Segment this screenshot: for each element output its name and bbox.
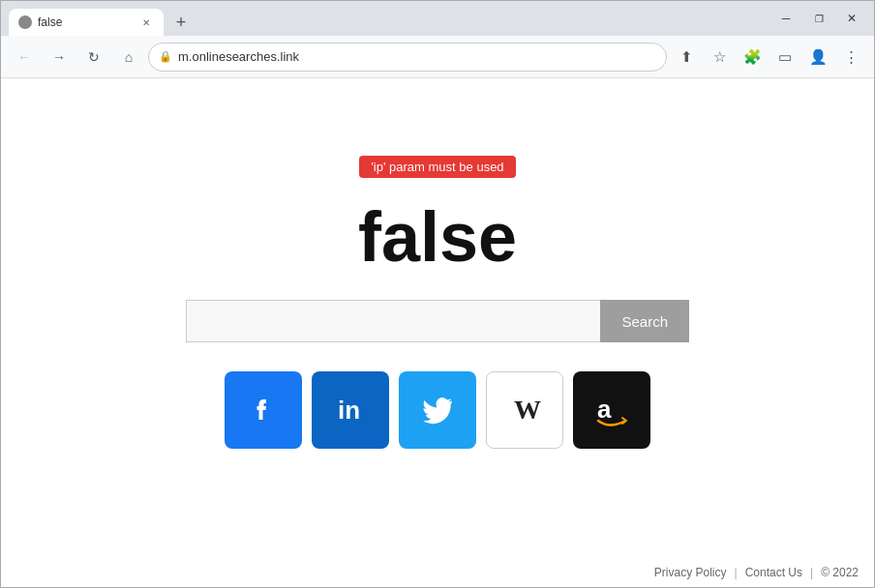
sidebar-button[interactable]: ▭ [769, 42, 800, 73]
tab-favicon [18, 15, 32, 29]
footer-separator-2: | [810, 566, 813, 579]
home-button[interactable]: ⌂ [113, 42, 144, 73]
toolbar-actions: ⬆ ☆ 🧩 ▭ 👤 ⋮ [671, 42, 866, 73]
privacy-policy-link[interactable]: Privacy Policy [654, 566, 727, 579]
wikipedia-icon[interactable]: W [486, 371, 563, 449]
search-input[interactable] [186, 300, 600, 342]
forward-button[interactable]: → [44, 42, 75, 73]
footer-copyright: © 2022 [821, 566, 859, 579]
active-tab[interactable]: false ✕ [9, 9, 164, 36]
contact-us-link[interactable]: Contact Us [745, 566, 802, 579]
close-button[interactable]: ✕ [837, 4, 866, 33]
restore-button[interactable]: ❐ [804, 4, 833, 33]
extensions-button[interactable]: 🧩 [737, 42, 768, 73]
tab-close-button[interactable]: ✕ [138, 15, 154, 30]
linkedin-icon[interactable]: in [312, 371, 389, 449]
back-button[interactable]: ← [9, 42, 40, 73]
reload-button[interactable]: ↻ [78, 42, 109, 73]
menu-button[interactable]: ⋮ [835, 42, 866, 73]
page-footer: Privacy Policy | Contact Us | © 2022 [639, 558, 874, 587]
browser-toolbar: ← → ↻ ⌂ 🔒 m.onlinesearches.link ⬆ ☆ 🧩 ▭ … [1, 36, 874, 78]
svg-text:W: W [514, 395, 541, 425]
share-button[interactable]: ⬆ [671, 42, 702, 73]
browser-window: false ✕ + ─ ❐ ✕ ← → ↻ ⌂ 🔒 m.onlinesearch… [0, 0, 875, 588]
profile-button[interactable]: 👤 [802, 42, 833, 73]
facebook-icon[interactable] [225, 371, 302, 449]
page-content: 'ip' param must be used false Search in [1, 78, 874, 587]
page-title: false [358, 197, 517, 277]
twitter-icon[interactable] [399, 371, 476, 449]
svg-text:a: a [597, 395, 612, 424]
url-display: m.onlinesearches.link [178, 49, 656, 64]
svg-text:in: in [338, 396, 360, 425]
footer-separator-1: | [735, 566, 738, 579]
social-icons-row: in W a [225, 371, 650, 449]
tab-area: false ✕ + [9, 1, 771, 36]
bookmark-button[interactable]: ☆ [704, 42, 735, 73]
search-row: Search [186, 300, 689, 342]
security-icon: 🔒 [159, 50, 172, 63]
new-tab-button[interactable]: + [167, 9, 195, 36]
address-bar[interactable]: 🔒 m.onlinesearches.link [148, 43, 667, 72]
titlebar: false ✕ + ─ ❐ ✕ [1, 1, 874, 36]
search-button[interactable]: Search [600, 300, 689, 342]
error-badge: 'ip' param must be used [359, 156, 515, 178]
window-controls: ─ ❐ ✕ [771, 4, 866, 33]
minimize-button[interactable]: ─ [771, 4, 800, 33]
amazon-icon[interactable]: a [573, 371, 650, 449]
tab-label: false [38, 15, 133, 29]
